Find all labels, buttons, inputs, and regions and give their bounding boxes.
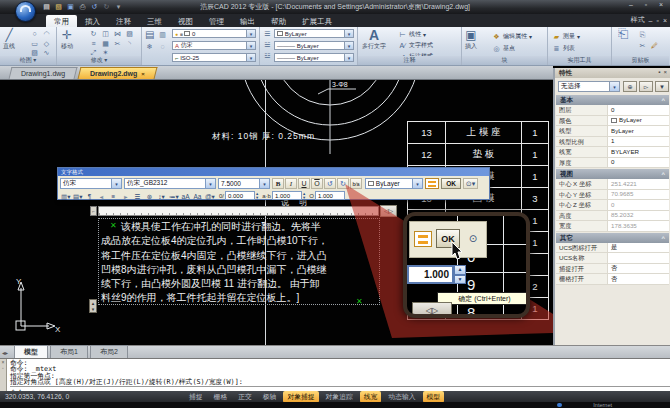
distribute-icon[interactable]: ⊜ <box>144 191 155 201</box>
symbol-icon[interactable]: @▾ <box>204 191 215 201</box>
copy-icon[interactable]: ◫ <box>101 30 110 38</box>
magnified-column-grip[interactable]: ◁▷ <box>412 302 452 318</box>
align-left-icon[interactable]: ⫷ <box>96 191 107 201</box>
layout-tab-model[interactable]: 模型 <box>14 345 48 358</box>
ortho-toggle[interactable]: 正交 <box>234 391 256 403</box>
layer-states-icon[interactable]: ▥ <box>158 31 167 39</box>
column-height-grip[interactable]: ▴▾ <box>89 299 97 313</box>
mtext-edit-box[interactable]: 该模具使工作在冲孔的同时进行翻边。先将半 成品放在定位板4的定位孔内，工作时凸模… <box>98 218 380 305</box>
text-style-select[interactable]: 仿宋 <box>60 178 122 189</box>
cut-icon[interactable]: ✂ <box>638 42 647 50</box>
line-spacing-icon[interactable]: ↕▾ <box>156 191 167 201</box>
ribbon-tab-help[interactable]: 帮助 <box>263 15 294 27</box>
column-width-grip[interactable]: ◁▷ <box>380 205 397 217</box>
line-tool-button[interactable]: ╱ 直线 <box>3 29 15 51</box>
underline-button[interactable]: U <box>298 178 310 189</box>
layout-tab-layout2[interactable]: 布局2 <box>90 345 128 358</box>
ribbon-close-icon[interactable]: × <box>663 17 667 24</box>
dyn-input-toggle[interactable]: 动态输入 <box>384 391 419 403</box>
select-objects-button[interactable]: ▻ <box>639 81 653 92</box>
quick-select-button[interactable]: ▼ <box>655 81 669 92</box>
justify-icon[interactable]: ☰ <box>132 191 143 201</box>
close-button[interactable]: × <box>656 1 666 8</box>
font-select[interactable]: 仿宋_GB2312 <box>124 178 216 189</box>
ribbon-restore-icon[interactable]: ▫ <box>656 17 658 24</box>
tracking-spinner[interactable]: ▴▾ <box>303 192 305 200</box>
mtext-ruler[interactable] <box>98 206 379 216</box>
prop-value[interactable]: ByLayer <box>608 116 669 127</box>
uppercase-icon[interactable]: aA <box>180 191 191 201</box>
fillet-icon[interactable]: ◝ <box>125 40 134 48</box>
annotate-group-label[interactable]: 注释 <box>358 56 461 65</box>
ribbon-tab-3d[interactable]: 三维 <box>139 15 170 27</box>
overline-button[interactable]: O <box>311 178 323 189</box>
mirror-icon[interactable]: ⋈ <box>113 30 122 38</box>
grip-marker[interactable]: ✕ <box>110 221 117 230</box>
ribbon-tab-express[interactable]: 扩展工具 <box>294 15 340 27</box>
palette-close-icon[interactable]: × <box>663 69 667 75</box>
ribbon-tab-annotate[interactable]: 注释 <box>108 15 139 27</box>
layer-properties-icon[interactable]: ▤ <box>145 31 154 39</box>
lowercase-icon[interactable]: Aa <box>192 191 203 201</box>
draw-group-label[interactable]: 绘图 ▾ <box>0 56 56 65</box>
prop-value[interactable]: 0 <box>608 158 669 169</box>
text-style-button[interactable]: A∕ 文字样式 <box>398 41 433 50</box>
ruler-toggle-button[interactable] <box>425 178 439 189</box>
copy-clip-icon[interactable]: ⎘ <box>638 31 647 39</box>
prop-value[interactable]: 否 <box>608 264 669 275</box>
magnified-spin-value[interactable]: 1.000 <box>407 265 454 284</box>
oblique-spinner[interactable]: ▴▾ <box>256 192 258 200</box>
measure-button[interactable]: ▰ 测量 ▾ <box>552 32 580 41</box>
minimize-button[interactable]: – <box>626 1 636 8</box>
model-space-toggle[interactable]: 模型 <box>423 391 445 403</box>
polar-toggle[interactable]: 极轴 <box>259 391 281 403</box>
layer-combo[interactable]: ● ■ 0 <box>172 29 256 38</box>
app-menu-button[interactable] <box>15 1 36 22</box>
arc-icon[interactable]: ◠ <box>42 30 51 38</box>
color-combo[interactable]: ByLayer <box>274 29 354 38</box>
doc-tab-drawing2[interactable]: Drawing2.dwg× <box>78 67 158 79</box>
otrack-toggle[interactable]: 对象追踪 <box>322 391 357 403</box>
command-window-edge[interactable]: ×◦ <box>0 359 7 392</box>
lineweight-toggle[interactable]: 线宽 <box>360 391 382 403</box>
dim-style-combo[interactable]: ⌐ ISO-25 <box>172 53 256 62</box>
text-style-combo[interactable]: A 仿宋 <box>172 41 256 50</box>
linetype-combo[interactable]: ——— ByLayer <box>274 41 354 50</box>
prop-value[interactable]: BYLAYER <box>608 147 669 158</box>
mtext-justify-icon[interactable]: ▤▾ <box>72 191 83 201</box>
numbering-icon[interactable]: ≔▾ <box>168 191 179 201</box>
magnified-options-icon[interactable]: ⊙ <box>465 232 481 247</box>
mtext-options-button[interactable]: ⊙▾ <box>463 178 478 189</box>
section-misc[interactable]: 其它 <box>556 233 669 243</box>
list-button[interactable]: ≣ 列表 <box>552 44 575 53</box>
indent-marker[interactable]: ⌐ <box>90 206 97 216</box>
prop-value[interactable]: 是 <box>608 243 669 254</box>
oblique-angle-input[interactable]: 0.000 <box>225 191 255 200</box>
insert-block-button[interactable]: ▣ 插入 <box>465 29 477 51</box>
modify-group-label[interactable]: 修改 ▾ <box>57 56 141 65</box>
width-factor-input[interactable]: 1.000 <box>315 191 345 200</box>
base-point-button[interactable]: ◎ 基点 <box>492 44 515 53</box>
redo-button[interactable]: ↻ <box>337 178 349 189</box>
section-view[interactable]: 视图 <box>556 169 669 179</box>
columns-icon[interactable]: ▥▾ <box>60 191 71 201</box>
section-general[interactable]: 基本 <box>556 95 669 105</box>
text-height-select[interactable]: 7.5000 <box>218 178 270 189</box>
prop-value[interactable]: 1 <box>608 137 669 148</box>
utilities-group-label[interactable]: 实用工具 <box>548 56 611 65</box>
undo-button[interactable]: ↺ <box>324 178 336 189</box>
stack-button[interactable]: b∕a <box>350 178 362 189</box>
paste-icon[interactable]: ⎗ <box>618 30 627 38</box>
match-properties-icon[interactable]: ☰ <box>263 30 272 38</box>
move-tool-button[interactable]: ✛ 移动 <box>61 29 73 51</box>
tracking-input[interactable]: 1.000 <box>272 191 302 200</box>
trim-icon[interactable]: ✂ <box>113 40 122 48</box>
selection-combo[interactable]: 无选择 <box>558 81 620 92</box>
drawing-canvas[interactable]: 3-Φ8 材料: 10钢 厚: 0.25mm 13上 模 座1 12垫 板1 1… <box>0 80 553 345</box>
polygon-icon[interactable]: ◇ <box>42 40 51 48</box>
rectangle-icon[interactable]: ▭ <box>30 40 39 48</box>
osnap-toggle[interactable]: 对象捕捉 <box>283 391 318 403</box>
layout-scroll-arrows[interactable]: ◂▸ <box>2 349 8 356</box>
ribbon-tab-insert[interactable]: 插入 <box>77 15 108 27</box>
snap-toggle[interactable]: 捕捉 <box>185 391 207 403</box>
